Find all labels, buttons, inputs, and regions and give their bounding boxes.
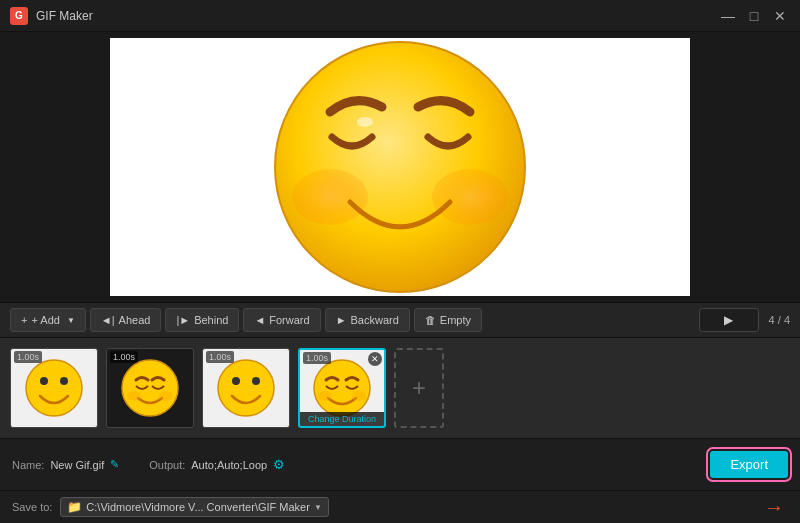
- add-icon: +: [21, 314, 27, 326]
- trash-icon: 🗑: [425, 314, 436, 326]
- maximize-button[interactable]: □: [744, 6, 764, 26]
- minimize-button[interactable]: —: [718, 6, 738, 26]
- app-title: GIF Maker: [36, 9, 718, 23]
- svg-point-14: [318, 391, 332, 401]
- folder-icon: 📁: [67, 500, 82, 514]
- empty-label: Empty: [440, 314, 471, 326]
- frame-4-close-button[interactable]: ✕: [368, 352, 382, 366]
- preview-canvas: [110, 38, 690, 296]
- empty-button[interactable]: 🗑 Empty: [414, 308, 482, 332]
- play-icon: ▶: [724, 313, 733, 327]
- forward-label: Forward: [269, 314, 309, 326]
- svg-point-0: [275, 42, 525, 292]
- add-frame-button[interactable]: +: [394, 348, 444, 428]
- save-path-dropdown[interactable]: 📁 C:\Vidmore\Vidmore V... Converter\GIF …: [60, 497, 328, 517]
- frame-2-duration: 1.00s: [110, 351, 138, 363]
- behind-label: Behind: [194, 314, 228, 326]
- window-controls: — □ ✕: [718, 6, 790, 26]
- add-frame-icon: +: [412, 374, 426, 402]
- behind-button[interactable]: |► Behind: [165, 308, 239, 332]
- ahead-button[interactable]: ◄| Ahead: [90, 308, 162, 332]
- add-button[interactable]: + + Add ▼: [10, 308, 86, 332]
- red-arrow-indicator: →: [764, 496, 784, 519]
- output-label: Output:: [149, 459, 185, 471]
- toolbar: + + Add ▼ ◄| Ahead |► Behind ◄ Forward ►…: [0, 302, 800, 338]
- titlebar: G GIF Maker — □ ✕: [0, 0, 800, 32]
- backward-button[interactable]: ► Backward: [325, 308, 410, 332]
- svg-point-2: [432, 169, 508, 225]
- output-section: Output: Auto;Auto;Loop ⚙: [149, 457, 285, 472]
- svg-point-3: [357, 117, 373, 127]
- timeline-frame-4[interactable]: 1.00s ✕ Change Duration: [298, 348, 386, 428]
- app-icon: G: [10, 7, 28, 25]
- timeline-frame-2[interactable]: 1.00s: [106, 348, 194, 428]
- name-label: Name:: [12, 459, 44, 471]
- timeline: 1.00s 1.00s 1.00: [0, 338, 800, 438]
- svg-point-7: [122, 360, 178, 416]
- svg-point-8: [127, 391, 141, 401]
- bottom-bar: Name: New Gif.gif ✎ Output: Auto;Auto;Lo…: [0, 438, 800, 490]
- forward-button[interactable]: ◄ Forward: [243, 308, 320, 332]
- save-bar: Save to: 📁 C:\Vidmore\Vidmore V... Conve…: [0, 490, 800, 523]
- frame-4-tooltip: Change Duration: [300, 412, 384, 426]
- svg-point-15: [352, 391, 366, 401]
- svg-point-12: [252, 377, 260, 385]
- export-button[interactable]: Export: [710, 451, 788, 478]
- edit-name-icon[interactable]: ✎: [110, 458, 119, 471]
- preview-area: [0, 32, 800, 302]
- add-label: + Add: [31, 314, 59, 326]
- svg-point-11: [232, 377, 240, 385]
- frame-1-duration: 1.00s: [14, 351, 42, 363]
- name-section: Name: New Gif.gif ✎: [12, 458, 119, 471]
- svg-point-6: [60, 377, 68, 385]
- behind-icon: |►: [176, 314, 190, 326]
- dropdown-arrow-icon: ▼: [314, 503, 322, 512]
- forward-icon: ◄: [254, 314, 265, 326]
- svg-point-13: [314, 360, 370, 416]
- frame-4-duration: 1.00s: [303, 352, 331, 364]
- settings-icon[interactable]: ⚙: [273, 457, 285, 472]
- play-button[interactable]: ▶: [699, 308, 759, 332]
- add-dropdown-arrow: ▼: [67, 316, 75, 325]
- frame-3-duration: 1.00s: [206, 351, 234, 363]
- frame-counter: 4 / 4: [769, 314, 790, 326]
- save-to-label: Save to:: [12, 501, 52, 513]
- save-path-text: C:\Vidmore\Vidmore V... Converter\GIF Ma…: [86, 501, 310, 513]
- timeline-frame-1[interactable]: 1.00s: [10, 348, 98, 428]
- svg-point-10: [218, 360, 274, 416]
- svg-point-4: [26, 360, 82, 416]
- name-value: New Gif.gif: [50, 459, 104, 471]
- ahead-label: Ahead: [119, 314, 151, 326]
- svg-point-9: [159, 391, 173, 401]
- close-button[interactable]: ✕: [770, 6, 790, 26]
- output-value: Auto;Auto;Loop: [191, 459, 267, 471]
- svg-point-1: [292, 169, 368, 225]
- backward-icon: ►: [336, 314, 347, 326]
- backward-label: Backward: [351, 314, 399, 326]
- svg-point-5: [40, 377, 48, 385]
- timeline-frame-3[interactable]: 1.00s: [202, 348, 290, 428]
- preview-image: [270, 38, 530, 296]
- ahead-icon: ◄|: [101, 314, 115, 326]
